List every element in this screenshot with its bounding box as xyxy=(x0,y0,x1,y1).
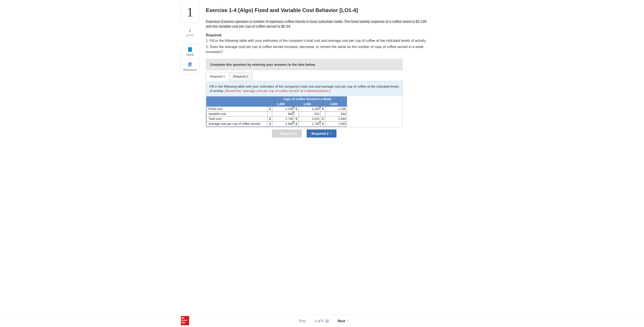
currency-symbol: $ xyxy=(320,107,325,112)
scenario-text: Espresso Express operates a number of es… xyxy=(206,20,426,28)
cell-input[interactable]: 544 xyxy=(325,111,347,116)
currency-symbol: $ xyxy=(320,122,325,127)
tab-required-2[interactable]: Required 2 xyxy=(229,72,252,81)
cost-table: Cups of Coffee Served in a Week 1,400 1,… xyxy=(206,97,347,127)
cell-input[interactable]: 2,100 xyxy=(325,107,347,112)
validation-corner-icon xyxy=(292,122,294,123)
tabs: Required 1 Required 2 xyxy=(206,72,427,81)
chevron-right-icon: › xyxy=(331,132,332,135)
cell-input[interactable]: 2,746 xyxy=(272,116,294,122)
tab-label: Required 2 xyxy=(233,75,248,78)
currency-symbol xyxy=(294,111,299,116)
table-row: Variable cost646510544 xyxy=(207,111,347,116)
prompt-block: Espresso Express operates a number of es… xyxy=(206,19,427,54)
required-header: Required: xyxy=(206,33,427,38)
col-header-2: 1,500 xyxy=(294,102,320,107)
currency-symbol: $ xyxy=(320,116,325,122)
validation-corner-icon xyxy=(292,107,294,108)
col-header-3: 1,600 xyxy=(320,102,347,107)
cell-input[interactable]: 1.653 xyxy=(325,122,347,127)
page-title: Exercise 1-4 (Algo) Fixed and Variable C… xyxy=(206,6,427,14)
next-step-label: Required 2 xyxy=(312,132,328,135)
tab-required-1[interactable]: Required 1 xyxy=(206,72,229,81)
cell-input[interactable]: 646 xyxy=(272,111,294,116)
points-label: points xyxy=(180,33,200,37)
prev-step-label: Required 1 xyxy=(280,132,297,135)
currency-symbol xyxy=(268,111,272,116)
ebook-label: eBook xyxy=(186,53,194,56)
table-row: Fixed cost$2,100$2,100$2,100 xyxy=(207,107,347,112)
copy-icon: 🗐 xyxy=(182,61,198,68)
currency-symbol: $ xyxy=(294,116,299,122)
prev-step-button: ‹ Required 1 xyxy=(272,129,302,138)
references-label: References xyxy=(183,68,196,71)
tab-body: Fill in the following table with your es… xyxy=(206,81,403,127)
validation-corner-icon xyxy=(319,107,320,108)
blank-corner xyxy=(207,97,268,107)
currency-symbol: $ xyxy=(268,107,272,112)
points-block: 2 points xyxy=(180,28,200,37)
required-item-2: 2. Does the average cost per cup of coff… xyxy=(206,44,427,54)
rounding-note: (Round the "Average cost per cup of coff… xyxy=(225,89,331,93)
book-icon: 📘 xyxy=(182,46,198,52)
row-label: Total cost xyxy=(207,116,268,122)
row-label: Variable cost xyxy=(207,111,268,116)
cell-input[interactable]: 1.840 xyxy=(272,122,294,127)
points-value: 2 xyxy=(180,28,200,33)
currency-symbol: $ xyxy=(294,107,299,112)
references-button[interactable]: 🗐 References xyxy=(181,59,199,74)
cell-input[interactable]: 2,100 xyxy=(272,107,294,112)
table-row: Average cost per cup of coffee served$1.… xyxy=(207,122,347,127)
table-row: Total cost$2,746$2,610$2,644 xyxy=(207,116,347,122)
currency-symbol: $ xyxy=(294,122,299,127)
row-label: Fixed cost xyxy=(207,107,268,112)
resource-buttons: 📘 eBook 🗐 References xyxy=(180,43,200,74)
row-label: Average cost per cup of coffee served xyxy=(207,122,268,127)
tab-label: Required 1 xyxy=(210,75,225,78)
instruction-bar: Complete this question by entering your … xyxy=(206,59,403,70)
chevron-left-icon: ‹ xyxy=(277,132,278,135)
question-number: 1 xyxy=(187,3,193,21)
col-header-1: 1,400 xyxy=(268,102,294,107)
cell-input[interactable]: 510 xyxy=(298,111,320,116)
validation-corner-icon xyxy=(319,122,320,123)
currency-symbol xyxy=(320,111,325,116)
required-item-1: 1. Fill in the following table with your… xyxy=(206,38,427,43)
cell-input[interactable]: 1.740 xyxy=(298,122,320,127)
validation-corner-icon xyxy=(292,112,294,113)
tab-instructions: Fill in the following table with your es… xyxy=(206,81,402,96)
next-step-button[interactable]: Required 2 › xyxy=(307,129,336,138)
cell-input[interactable]: 2,644 xyxy=(325,116,347,122)
currency-symbol: $ xyxy=(268,122,272,127)
step-nav: ‹ Required 1 Required 2 › xyxy=(206,129,403,138)
cell-input[interactable]: 2,100 xyxy=(298,107,320,112)
super-header: Cups of Coffee Served in a Week xyxy=(268,97,347,102)
ebook-button[interactable]: 📘 eBook xyxy=(181,44,199,59)
question-number-box: 1 xyxy=(180,1,200,23)
currency-symbol: $ xyxy=(268,116,272,122)
cell-input[interactable]: 2,610 xyxy=(298,116,320,122)
